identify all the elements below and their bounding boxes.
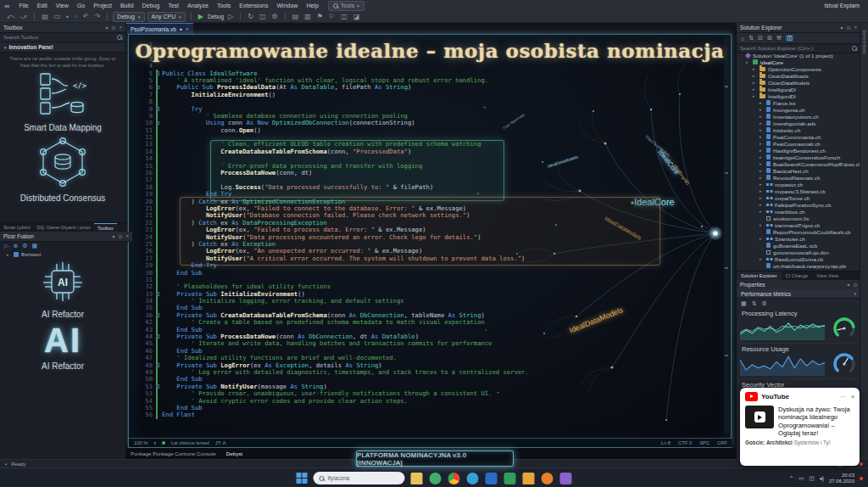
editor-scrollbar[interactable] [724, 38, 729, 434]
line-indicator[interactable]: Ln 8 [661, 440, 670, 445]
taskbar-app-chrome[interactable] [448, 473, 460, 484]
undo-icon[interactable]: ↶ [81, 12, 91, 22]
pin-icon[interactable]: ⊙ [853, 282, 857, 288]
taskbar-clock[interactable]: 20:03 27.06.2020 [829, 473, 854, 484]
taskbar-app-office-doc[interactable] [486, 473, 498, 484]
video-thumbnail[interactable] [745, 406, 774, 428]
code-line[interactable]: 55 End Sub [132, 405, 722, 411]
save-icon[interactable]: ▪ [64, 12, 70, 22]
close-icon[interactable]: × [125, 233, 129, 239]
fold-marker-icon[interactable] [155, 333, 162, 340]
comment-icon[interactable]: ▤ [291, 12, 301, 22]
performance-metrics-selector[interactable]: Performance Metrics ▾ [737, 289, 860, 299]
bookmark-next-icon[interactable]: ◪ [352, 12, 362, 22]
solution-tree-item[interactable]: ▸OptimizonComponents [737, 65, 860, 72]
solution-tree-item[interactable]: ▸Irvongenta.ch [737, 106, 860, 113]
code-line[interactable]: 42 ' Create a table based on predefined … [132, 319, 722, 326]
solution-tree-item[interactable]: ▸heamtgetConsensbosForsch [737, 154, 860, 160]
chevron-down-icon[interactable]: ▾ [153, 440, 156, 445]
menu-item-help[interactable]: Help [302, 3, 322, 8]
solution-tree-item[interactable]: ReponPhomonoubCoublfiaurb.cb [737, 228, 860, 235]
menu-item-build[interactable]: Build [116, 3, 138, 8]
fold-marker-icon[interactable] [155, 70, 162, 77]
fold-marker-icon[interactable] [155, 291, 162, 298]
solution-tree-item[interactable]: ▸RasdLomulZonna.cb [737, 255, 860, 262]
taskbar-app-media-purple[interactable] [560, 473, 572, 484]
copy-icon[interactable]: ◫ [258, 12, 268, 22]
code-line[interactable]: 45 ' Iterate and write data, handling ba… [132, 340, 722, 347]
menu-item-project[interactable]: Project [89, 3, 116, 8]
solution-tree-item[interactable]: ▸Inventaoryutssrs.ch [737, 113, 860, 120]
show-all-files-icon[interactable]: ⊞ [767, 35, 772, 42]
code-line[interactable]: 16 ProcessDataNowe(conn, dt) [132, 170, 722, 176]
pin-icon[interactable]: ⊙ [118, 233, 122, 239]
taskbar-app-file-explorer[interactable] [411, 473, 423, 484]
uncomment-icon[interactable]: ▥ [303, 12, 313, 22]
taskbar-app-firefox[interactable] [542, 473, 554, 484]
notification-badge[interactable] [860, 462, 863, 466]
nav-forward-icon[interactable]: ⤻ [19, 12, 30, 22]
start-no-debug-icon[interactable]: ▷ [226, 12, 235, 22]
options-icon[interactable]: ⚙ [270, 12, 280, 22]
solution-tree-item[interactable]: ▸IntelliguraDI [737, 86, 860, 92]
code-line[interactable]: 54 ' Avoid cryptic error codes and provi… [132, 398, 722, 405]
close-tab-icon[interactable]: × [186, 26, 189, 31]
fold-marker-icon[interactable] [155, 362, 162, 369]
console-tab-output[interactable]: Debyst [226, 451, 242, 456]
chevron-down-icon[interactable]: ▾ [840, 25, 843, 31]
code-line[interactable]: 11 conn.Open() [132, 127, 722, 134]
code-line[interactable]: 34 ' Initialize logging, error tracking,… [132, 298, 722, 305]
taskbar-app-excel[interactable] [504, 473, 516, 484]
code-line[interactable]: 56End Flast [132, 411, 722, 418]
menu-item-view[interactable]: View [52, 3, 73, 8]
zoom-level[interactable]: 100 % [134, 440, 147, 445]
taskbar-search-input[interactable]: Ifyiaczna [314, 472, 405, 484]
notification-title[interactable]: Dyskusja na żywo: Twoja nominacja Idealn… [778, 406, 854, 437]
fold-marker-icon[interactable] [155, 383, 162, 390]
collapse-all-icon[interactable]: ⊟ [758, 35, 763, 42]
tray-device-icon[interactable]: ◫ [809, 475, 814, 482]
menu-item-test[interactable]: Test [164, 3, 183, 8]
solution-tree-item[interactable]: ▸CleanDataMoads [737, 72, 860, 79]
new-file-icon[interactable]: ▤ [40, 12, 50, 22]
tray-chevron-icon[interactable]: ⌃ [789, 475, 793, 482]
refresh-icon[interactable]: ↻ [246, 12, 255, 22]
menu-item-analyze[interactable]: Analyze [183, 3, 213, 8]
close-icon[interactable]: × [119, 25, 122, 31]
more-options-icon[interactable]: ⋯ [840, 394, 846, 400]
spaces-indicator[interactable]: SPC [699, 440, 709, 445]
solution-tree-item[interactable]: urt.rhalcfuaott.nearporcy.iap.pls [737, 262, 860, 269]
solution-tree-item[interactable]: ▸nvartbbos.ch [737, 208, 860, 215]
solution-tree-item[interactable]: ▸IdealCore [737, 59, 860, 65]
solution-tree-item[interactable]: ▸BaoticaHast.ch [737, 167, 860, 174]
menu-item-tools[interactable]: Tools [213, 3, 235, 8]
settings-gear-icon[interactable]: ⚙ [22, 243, 27, 249]
code-line[interactable]: 8 [132, 98, 722, 105]
taskbar-app-browser-green[interactable] [430, 473, 442, 484]
solution-tree-item[interactable]: ▸mvpaiTonve.ch [737, 194, 860, 201]
pin-icon[interactable]: ⊙ [846, 25, 850, 31]
solution-tree-item[interactable]: ▸BeatSeamKConamsmolHopfFdoss.ch [737, 160, 860, 167]
fusion-tree-item[interactable]: ▸ Bsrtsiecl [0, 250, 125, 258]
solution-tree-item[interactable]: ▸IntelligordDI [737, 92, 860, 99]
solution-tree-item[interactable]: ▸mvpastu'3.5tiwratd.cb [737, 188, 860, 194]
menu-item-edit[interactable]: Edit [33, 3, 52, 8]
code-area[interactable]: 12345Public Class IdealSoftware5 ' A str… [132, 38, 722, 435]
open-file-icon[interactable]: ▭ [53, 12, 63, 22]
close-icon[interactable]: × [851, 394, 854, 400]
youtube-notification-card[interactable]: YouTube ⋯ × Dyskusja na żywo: Twoja nomi… [740, 388, 860, 466]
tray-volume-icon[interactable]: ◂) [820, 475, 824, 482]
solution-tree-item[interactable]: ▸HasilignrBesdortest.ch [737, 147, 860, 154]
bookmark-prev-icon[interactable]: ◫ [339, 12, 349, 22]
solution-tree-item[interactable]: smxksmxsnt.0s [737, 215, 860, 221]
home-icon[interactable]: ⌂ [741, 36, 744, 42]
add-icon[interactable]: ⊕ [13, 243, 18, 249]
taskbar-app-files-folder[interactable] [523, 473, 535, 484]
tool-ai-refactor-chip[interactable]: AI AI Refactor [0, 259, 125, 319]
chevron-down-icon[interactable]: ▾ [112, 233, 114, 239]
solution-tree-item[interactable]: Solution 'IdealCore' (1 of 1 project) [737, 52, 860, 59]
start-debug-label[interactable]: Debug [208, 14, 224, 20]
menu-item-extensions[interactable]: Extensions [235, 3, 272, 8]
code-line[interactable]: 49 ' Log error with detailed diagnostics… [132, 369, 722, 376]
solution-tree-item[interactable]: ▸Fiarce.lss [737, 99, 860, 106]
